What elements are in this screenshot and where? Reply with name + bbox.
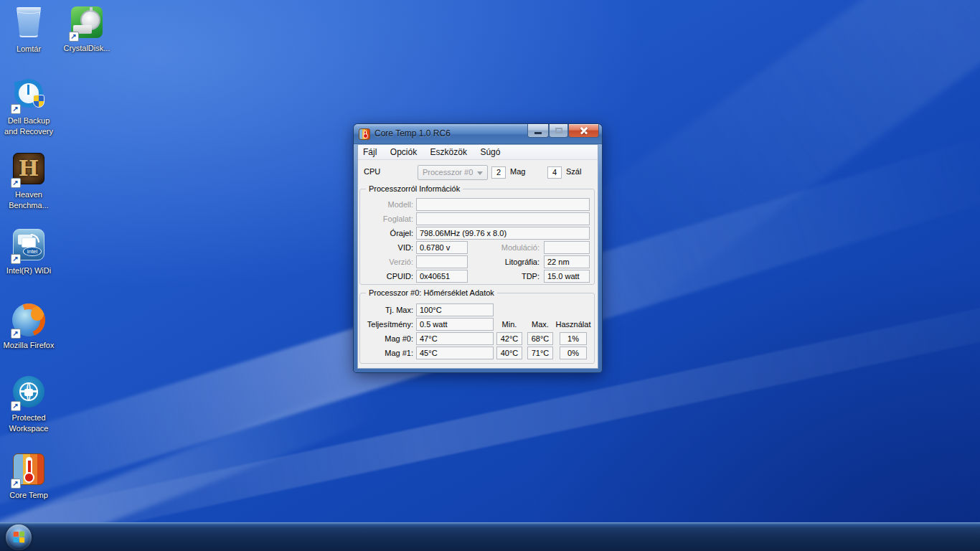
desktop-icon-firefox[interactable]: ↗ Mozilla Firefox: [0, 303, 57, 351]
field-label: CPUID:: [362, 270, 413, 283]
recycle-bin-icon: [12, 7, 46, 41]
icon-label: Mozilla Firefox: [0, 340, 57, 351]
icon-label: Protected: [0, 413, 57, 423]
chevron-down-icon: [477, 171, 483, 175]
core1-max: 71°C: [527, 347, 553, 359]
menu-options[interactable]: Opciók: [385, 145, 422, 157]
firefox-icon: ↗: [12, 303, 46, 337]
desktop-icon-crystaldiskmark[interactable]: ↗ CrystalDisk...: [58, 6, 116, 54]
icon-label: CrystalDisk...: [58, 43, 116, 54]
core-temp-icon: ↗: [12, 453, 46, 487]
windows-logo-icon: [14, 532, 25, 543]
temperature-group: Processzor #0: Hőmérséklet Adatok Tj. Ma…: [359, 293, 595, 364]
core-temp-window: Core Temp 1.0 RC6 Fájl Opciók Eszközök S…: [354, 124, 602, 372]
desktop-icon-recycle-bin[interactable]: Lomtár: [0, 6, 57, 55]
minimize-icon: [534, 132, 542, 134]
processor-info-group: Processzorról Információk Modell: Foglal…: [359, 189, 595, 285]
modulation-value: [544, 241, 590, 254]
menu-help[interactable]: Súgó: [475, 145, 505, 157]
taskbar: e »: [0, 522, 980, 551]
socket-value: [416, 212, 590, 225]
icon-label: Intel(R) WiDi: [0, 265, 57, 276]
shortcut-arrow-icon: ↗: [11, 401, 21, 411]
menu-bar: Fájl Opciók Eszközök Súgó: [358, 145, 598, 160]
desktop: Lomtár ↗ CrystalDisk... ↗ Dell Backup an…: [0, 0, 980, 551]
field-label: VID:: [362, 241, 413, 254]
window-client-area: Fájl Opciók Eszközök Súgó CPU Processzor…: [357, 144, 598, 369]
processor-select-value: Processzor #0: [423, 168, 473, 176]
intel-widi-icon: intel ↗: [12, 229, 46, 263]
frequency-value: 798.06MHz (99.76 x 8.0): [416, 227, 590, 240]
crystaldiskmark-icon: ↗: [70, 6, 104, 40]
core0-min: 42°C: [496, 332, 522, 345]
tdp-value: 15.0 watt: [544, 270, 590, 283]
cpuid-value: 0x40651: [416, 270, 468, 283]
menu-file[interactable]: Fájl: [358, 145, 382, 157]
heaven-benchmark-icon: H ↗: [12, 153, 46, 187]
shortcut-arrow-icon: ↗: [69, 32, 79, 42]
core1-temp: 45°C: [416, 347, 494, 359]
window-title: Core Temp 1.0 RC6: [374, 128, 451, 138]
icon-label: Benchma...: [0, 200, 57, 211]
revision-value: [416, 255, 468, 268]
shortcut-arrow-icon: ↗: [11, 479, 21, 489]
field-label: Órajel:: [362, 227, 413, 240]
desktop-icon-heaven-benchmark[interactable]: H ↗ Heaven Benchma...: [0, 152, 57, 211]
icon-label: Lomtár: [0, 44, 57, 55]
shortcut-arrow-icon: ↗: [11, 254, 21, 264]
icon-label: and Recovery: [0, 126, 57, 137]
icon-label: Core Temp: [0, 490, 57, 501]
vid-value: 0.6780 v: [416, 241, 468, 254]
field-label: Tj. Max:: [362, 303, 413, 316]
power-value: 0.5 watt: [416, 318, 494, 331]
core-count-box: 2: [491, 166, 506, 179]
icon-label: Workspace: [0, 423, 57, 434]
desktop-icon-intel-widi[interactable]: intel ↗ Intel(R) WiDi: [0, 228, 57, 276]
desktop-icon-protected-workspace[interactable]: ↗ Protected Workspace: [0, 375, 57, 434]
start-button[interactable]: [6, 524, 32, 550]
field-label: Teljesítmény:: [360, 318, 413, 331]
field-label: Verzió:: [362, 255, 413, 268]
icon-label: Dell Backup: [0, 116, 57, 126]
dell-backup-icon: ↗: [12, 79, 46, 113]
cpu-label: CPU: [364, 167, 380, 176]
protected-workspace-icon: ↗: [12, 376, 46, 410]
lithography-value: 22 nm: [544, 255, 590, 268]
core0-temp: 47°C: [416, 332, 494, 345]
core1-min: 40°C: [496, 347, 522, 359]
thread-count-box: 4: [547, 166, 562, 179]
field-label: Mag #1:: [362, 347, 413, 359]
maximize-icon: [555, 128, 562, 133]
group-title: Processzor #0: Hőmérséklet Adatok: [366, 288, 497, 298]
column-header-usage: Használat: [552, 319, 594, 330]
processor-select[interactable]: Processzor #0: [418, 165, 488, 180]
shortcut-arrow-icon: ↗: [11, 104, 21, 114]
field-label: Foglalat:: [362, 212, 413, 225]
core0-load: 1%: [560, 332, 587, 345]
field-label: Litográfia:: [468, 255, 540, 268]
field-label: Moduláció:: [468, 241, 540, 254]
core-count-unit: Mag: [510, 167, 525, 176]
model-value: [416, 198, 590, 211]
core1-load: 0%: [560, 347, 587, 359]
tjmax-value: 100°C: [416, 303, 494, 316]
icon-label: Heaven: [0, 189, 57, 200]
field-label: TDP:: [468, 270, 540, 283]
field-label: Mag #0:: [362, 332, 413, 345]
thread-count-unit: Szál: [566, 167, 581, 176]
core0-max: 68°C: [527, 332, 553, 345]
desktop-icon-dell-backup[interactable]: ↗ Dell Backup and Recovery: [0, 77, 57, 137]
title-bar[interactable]: Core Temp 1.0 RC6: [354, 124, 602, 144]
shortcut-arrow-icon: ↗: [11, 329, 21, 339]
menu-tools[interactable]: Eszközök: [425, 145, 472, 157]
shortcut-arrow-icon: ↗: [11, 178, 21, 188]
window-core-temp-icon: [359, 128, 370, 140]
maximize-button[interactable]: [549, 124, 568, 138]
minimize-button[interactable]: [527, 124, 549, 138]
group-title: Processzorról Információk: [366, 184, 463, 194]
desktop-icon-core-temp[interactable]: ↗ Core Temp: [0, 453, 57, 501]
field-label: Modell:: [362, 198, 413, 211]
column-header-min: Min.: [492, 319, 527, 330]
close-button[interactable]: [568, 124, 599, 138]
